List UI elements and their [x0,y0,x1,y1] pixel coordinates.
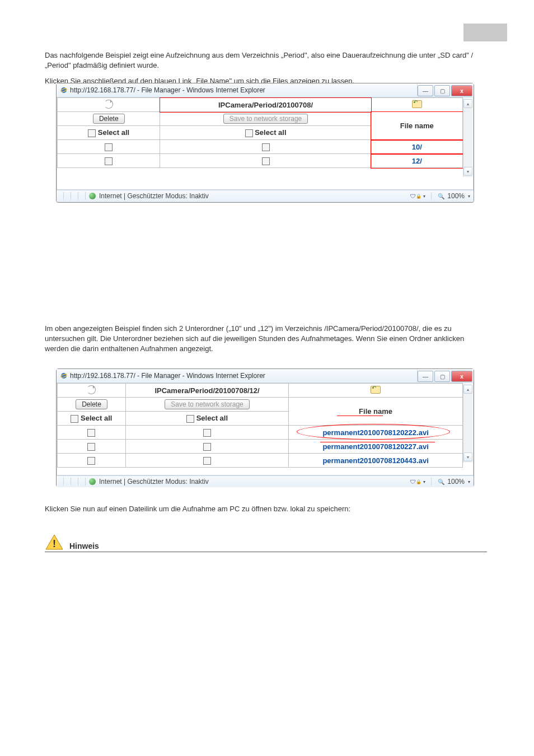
window-title-1: http://192.168.178.77/ - File Manager - … [70,86,265,94]
save-network-button[interactable]: Save to network storage [223,114,308,124]
vertical-scrollbar[interactable]: ▴ ▾ [463,384,472,463]
minimize-button[interactable]: — [418,371,433,382]
path-header-cell-2: IPCamera/Period/20100708/12/ [125,384,288,398]
file-table-2: IPCamera/Period/20100708/12/ Delete Save… [57,383,463,468]
row-checkbox[interactable] [87,457,95,465]
mid-paragraph: Im oben angezeigten Beispiel finden sich… [45,324,487,354]
ie-window-2: http://192.168.178.77/ - File Manager - … [56,368,474,487]
after-paragraph: Klicken Sie nun auf einen Dateilink um d… [45,504,487,514]
filename-header-2[interactable]: File name [289,398,463,426]
ie-logo-icon [60,372,68,380]
scroll-up-icon[interactable]: ▴ [463,99,472,108]
up-folder-icon[interactable] [371,386,381,394]
row-checkbox[interactable] [203,429,211,437]
svg-text:!: ! [53,538,56,549]
row-checkbox[interactable] [87,429,95,437]
dropdown-icon[interactable]: ▾ [423,194,425,199]
statusbar-1: Internet | Geschützter Modus: Inaktiv 🛡🔒… [57,190,474,202]
statusbar-2: Internet | Geschützter Modus: Inaktiv 🛡🔒… [57,475,474,487]
select-all-checkbox-mid[interactable] [245,129,253,137]
close-button[interactable]: x [451,371,472,382]
row-checkbox[interactable] [87,443,95,451]
globe-icon [89,478,96,485]
security-status-icon[interactable]: 🛡🔒 [412,478,420,486]
row-checkbox[interactable] [203,457,211,465]
refresh-icon[interactable] [104,100,113,109]
delete-button[interactable]: Delete [93,114,125,124]
file-link-row-3[interactable]: permanent20100708120443.avi [322,456,428,465]
dropdown-icon[interactable]: ▾ [468,194,470,199]
path-header-cell: IPCamera/Period/20100708/ [160,98,371,112]
titlebar-1: http://192.168.178.77/ - File Manager - … [57,83,474,97]
select-all-label: Select all [98,128,129,137]
zoom-icon[interactable]: 🔍 [437,478,445,486]
select-all-checkbox-left[interactable] [71,415,78,423]
filename-header[interactable]: File name [371,112,462,140]
select-all-label: Select all [81,414,112,422]
zoom-value-1: 100% [447,192,465,200]
folder-link-10[interactable]: 10/ [412,143,422,151]
row-checkbox[interactable] [262,143,270,151]
warning-icon: ! [45,534,64,550]
security-status-icon[interactable]: 🛡🔒 [412,192,420,200]
save-network-button[interactable]: Save to network storage [165,399,249,409]
dropdown-icon[interactable]: ▾ [468,479,470,484]
row-checkbox[interactable] [105,143,113,151]
window-title-2: http://192.168.178.77/ - File Manager - … [70,372,265,380]
select-all-label-2: Select all [196,414,228,422]
titlebar-2: http://192.168.178.77/ - File Manager - … [57,369,474,383]
select-all-checkbox-left[interactable] [88,129,96,137]
globe-icon [89,193,96,199]
ie-window-1: http://192.168.178.77/ - File Manager - … [56,83,474,203]
row-checkbox[interactable] [203,443,211,451]
row-checkbox[interactable] [105,157,113,165]
refresh-icon[interactable] [87,385,96,394]
header-page-tag [463,24,507,41]
scroll-down-icon[interactable]: ▾ [463,452,472,461]
select-all-label-2: Select all [255,128,286,137]
file-table-1: IPCamera/Period/20100708/ Delete Save to… [57,97,463,168]
zoom-value-2: 100% [447,478,465,486]
dropdown-icon[interactable]: ▾ [423,479,425,484]
maximize-button[interactable]: ▢ [434,371,450,382]
row-checkbox[interactable] [262,157,270,165]
ie-logo-icon [60,86,68,94]
folder-link-12[interactable]: 12/ [412,157,422,165]
delete-button[interactable]: Delete [76,399,107,409]
status-text-1: Internet | Geschützter Modus: Inaktiv [99,192,209,200]
vertical-scrollbar[interactable]: ▴ ▾ [463,99,472,177]
file-link-row-2[interactable]: permanent20100708120227.avi [322,442,428,451]
status-text-2: Internet | Geschützter Modus: Inaktiv [99,478,209,486]
note-label: Hinweis [69,542,99,550]
file-link-row-1[interactable]: permanent20100708120222.avi [322,428,428,437]
scroll-down-icon[interactable]: ▾ [463,167,472,176]
select-all-checkbox-mid[interactable] [186,415,194,423]
scroll-up-icon[interactable]: ▴ [463,385,472,394]
up-folder-icon[interactable] [412,100,422,108]
maximize-button[interactable]: ▢ [434,85,450,96]
minimize-button[interactable]: — [418,85,433,96]
note-separator [45,552,487,552]
intro-paragraph-1: Das nachfolgende Beispiel zeigt eine Auf… [45,50,487,71]
zoom-icon[interactable]: 🔍 [437,192,445,200]
close-button[interactable]: x [451,85,472,96]
